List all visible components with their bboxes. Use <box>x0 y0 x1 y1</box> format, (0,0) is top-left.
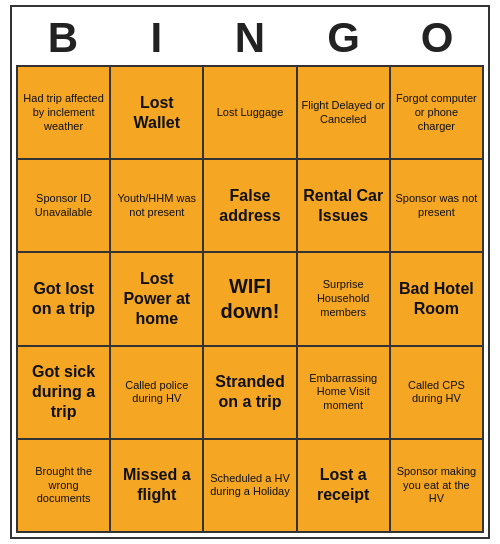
cell-text-16: Called police during HV <box>115 379 198 407</box>
cell-text-3: Flight Delayed or Canceled <box>302 99 385 127</box>
cell-text-6: Youth/HHM was not present <box>115 192 198 220</box>
cell-text-19: Called CPS during HV <box>395 379 478 407</box>
bingo-cell-13[interactable]: Surprise Household members <box>298 253 391 346</box>
cell-text-8: Rental Car Issues <box>302 186 385 226</box>
header-letter-n: N <box>203 11 297 65</box>
bingo-cell-17[interactable]: Stranded on a trip <box>204 347 297 440</box>
bingo-cell-6[interactable]: Youth/HHM was not present <box>111 160 204 253</box>
cell-text-20: Brought the wrong documents <box>22 465 105 506</box>
cell-text-22: Scheduled a HV during a Holiday <box>208 472 291 500</box>
cell-text-12: WIFI down! <box>208 274 291 324</box>
bingo-cell-4[interactable]: Forgot computer or phone charger <box>391 67 484 160</box>
cell-text-0: Had trip affected by inclement weather <box>22 92 105 133</box>
cell-text-7: False address <box>208 186 291 226</box>
bingo-cell-15[interactable]: Got sick during a trip <box>18 347 111 440</box>
header-letter-o: O <box>390 11 484 65</box>
header-letter-i: I <box>110 11 204 65</box>
cell-text-13: Surprise Household members <box>302 278 385 319</box>
bingo-cell-9[interactable]: Sponsor was not present <box>391 160 484 253</box>
bingo-card: BINGO Had trip affected by inclement wea… <box>10 5 490 539</box>
bingo-cell-11[interactable]: Lost Power at home <box>111 253 204 346</box>
bingo-cell-14[interactable]: Bad Hotel Room <box>391 253 484 346</box>
bingo-cell-5[interactable]: Sponsor ID Unavailable <box>18 160 111 253</box>
bingo-cell-7[interactable]: False address <box>204 160 297 253</box>
cell-text-9: Sponsor was not present <box>395 192 478 220</box>
bingo-cell-10[interactable]: Got lost on a trip <box>18 253 111 346</box>
bingo-cell-16[interactable]: Called police during HV <box>111 347 204 440</box>
header-letter-g: G <box>297 11 391 65</box>
cell-text-17: Stranded on a trip <box>208 372 291 412</box>
cell-text-11: Lost Power at home <box>115 269 198 329</box>
cell-text-23: Lost a receipt <box>302 465 385 505</box>
bingo-cell-23[interactable]: Lost a receipt <box>298 440 391 533</box>
bingo-cell-2[interactable]: Lost Luggage <box>204 67 297 160</box>
cell-text-15: Got sick during a trip <box>22 362 105 422</box>
bingo-cell-22[interactable]: Scheduled a HV during a Holiday <box>204 440 297 533</box>
bingo-cell-19[interactable]: Called CPS during HV <box>391 347 484 440</box>
bingo-cell-20[interactable]: Brought the wrong documents <box>18 440 111 533</box>
bingo-cell-24[interactable]: Sponsor making you eat at the HV <box>391 440 484 533</box>
cell-text-1: Lost Wallet <box>115 93 198 133</box>
cell-text-18: Embarrassing Home Visit moment <box>302 372 385 413</box>
cell-text-10: Got lost on a trip <box>22 279 105 319</box>
cell-text-14: Bad Hotel Room <box>395 279 478 319</box>
bingo-cell-21[interactable]: Missed a flight <box>111 440 204 533</box>
header-letter-b: B <box>16 11 110 65</box>
bingo-header: BINGO <box>16 11 484 65</box>
cell-text-21: Missed a flight <box>115 465 198 505</box>
bingo-grid: Had trip affected by inclement weatherLo… <box>16 65 484 533</box>
cell-text-4: Forgot computer or phone charger <box>395 92 478 133</box>
cell-text-2: Lost Luggage <box>217 106 284 120</box>
bingo-cell-1[interactable]: Lost Wallet <box>111 67 204 160</box>
cell-text-24: Sponsor making you eat at the HV <box>395 465 478 506</box>
bingo-cell-8[interactable]: Rental Car Issues <box>298 160 391 253</box>
bingo-cell-3[interactable]: Flight Delayed or Canceled <box>298 67 391 160</box>
cell-text-5: Sponsor ID Unavailable <box>22 192 105 220</box>
bingo-cell-18[interactable]: Embarrassing Home Visit moment <box>298 347 391 440</box>
bingo-cell-12[interactable]: WIFI down! <box>204 253 297 346</box>
bingo-cell-0[interactable]: Had trip affected by inclement weather <box>18 67 111 160</box>
